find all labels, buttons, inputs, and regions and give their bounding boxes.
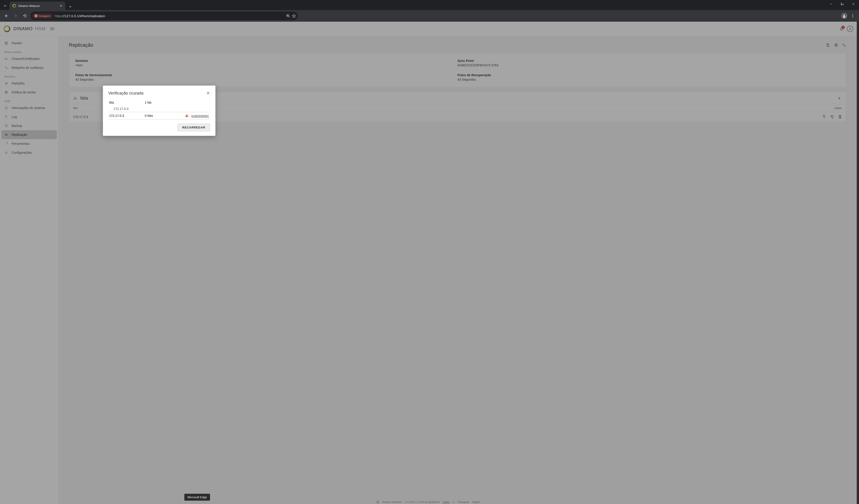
browser-titlebar: Dinamo Webcon ✕ ＋ (0, 0, 859, 10)
star-icon (292, 14, 296, 18)
chevron-down-icon (4, 4, 6, 7)
svg-rect-48 (186, 115, 187, 116)
minimize-button[interactable] (826, 0, 837, 8)
zoom-button[interactable] (286, 14, 290, 18)
url-scheme: https (55, 14, 62, 18)
url-path: ://127.0.0.1/#/hsm/replication (62, 14, 105, 18)
modal-table: this 1 Nó 172.17.0.3 172.17.0.3 0 Nós 0x… (108, 99, 210, 120)
nav-reload-button[interactable] (21, 12, 29, 20)
profile-button[interactable] (841, 13, 847, 19)
insecure-icon: ✕ (34, 14, 37, 17)
new-tab-button[interactable]: ＋ (67, 3, 74, 10)
arrow-right-icon (14, 14, 18, 18)
kebab-icon (851, 14, 855, 18)
modal-subrow: 172.17.0.3 (108, 106, 210, 112)
cell-name: this (108, 99, 144, 106)
browser-tab[interactable]: Dinamo Webcon ✕ (10, 2, 65, 10)
maximize-icon (841, 3, 844, 5)
security-label: Inseguro (39, 14, 50, 18)
cell-name: 172.17.0.3 (108, 112, 144, 120)
svg-point-9 (844, 15, 845, 16)
bookmark-button[interactable] (292, 14, 296, 18)
browser-scrollbar[interactable] (857, 22, 859, 504)
browser-menu-button[interactable] (849, 12, 857, 20)
tab-close-button[interactable]: ✕ (59, 4, 63, 8)
reload-button[interactable]: RECARREGAR (178, 124, 210, 131)
modal-title: Verificação cruzada (108, 91, 144, 96)
browser-toolbar: ✕ Inseguro https://127.0.0.1/#/hsm/repli… (0, 10, 859, 22)
reload-icon (23, 14, 27, 18)
security-chip[interactable]: ✕ Inseguro (32, 13, 52, 18)
svg-point-11 (853, 16, 853, 16)
close-window-button[interactable] (848, 0, 859, 8)
warning-icon (185, 113, 189, 117)
svg-rect-2 (842, 3, 844, 4)
minimize-icon (830, 3, 832, 5)
window-controls (826, 0, 859, 8)
close-icon (852, 3, 855, 5)
error-code-link[interactable]: 0x8000908C (192, 114, 209, 118)
modal-row-error: 172.17.0.3 0 Nós 0x8000908C (108, 112, 210, 120)
svg-point-10 (853, 15, 853, 15)
tab-strip: Dinamo Webcon ✕ ＋ (10, 0, 74, 10)
nav-forward-button[interactable] (12, 12, 20, 20)
address-bar[interactable]: ✕ Inseguro https://127.0.0.1/#/hsm/repli… (30, 12, 298, 20)
url-text: https://127.0.0.1/#/hsm/replication (55, 14, 105, 18)
cell-count: 0 Nós (144, 112, 175, 120)
svg-point-12 (853, 17, 853, 17)
svg-rect-49 (186, 116, 187, 116)
modal-row-this: this 1 Nó (108, 99, 210, 106)
taskbar-tooltip: Microsoft Edge (184, 494, 210, 501)
modal-close-button[interactable]: ✕ (206, 91, 210, 96)
svg-line-6 (289, 17, 290, 18)
arrow-left-icon (4, 14, 8, 18)
person-icon (842, 14, 846, 18)
tab-dropdown-button[interactable] (1, 2, 10, 10)
favicon-icon (13, 4, 16, 7)
zoom-icon (286, 14, 290, 18)
nav-back-button[interactable] (2, 12, 10, 20)
app-viewport: DINAMO HSM 1 Painéis Minha partição (0, 22, 857, 504)
cell-subip: 172.17.0.3 (108, 106, 210, 112)
maximize-button[interactable] (837, 0, 848, 8)
tab-title: Dinamo Webcon (18, 4, 40, 7)
cross-verify-modal: Verificação cruzada ✕ this 1 Nó 172.17.0… (103, 85, 215, 136)
cell-count: 1 Nó (144, 99, 175, 106)
